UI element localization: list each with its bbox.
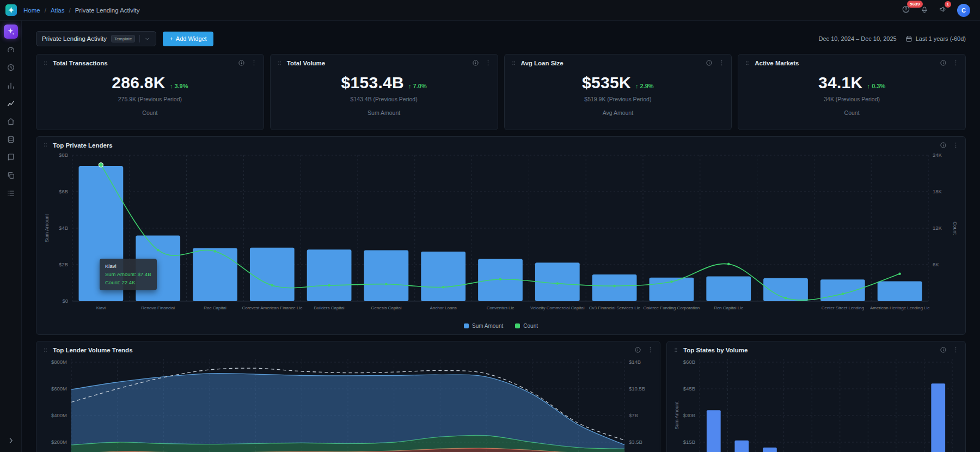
info-icon[interactable]	[940, 346, 947, 353]
drag-handle-icon[interactable]	[277, 60, 283, 66]
avatar[interactable]: C	[957, 4, 970, 17]
drag-handle-icon[interactable]	[744, 60, 750, 66]
svg-text:Count: Count	[952, 222, 958, 235]
svg-text:Rcn Capital Llc: Rcn Capital Llc	[714, 306, 743, 310]
notifications-button[interactable]: 5639	[920, 5, 929, 16]
page-header: Private Lending Activity Template + Add …	[36, 30, 966, 47]
kpi-previous: $519.9K (Previous Period)	[505, 96, 732, 102]
date-range[interactable]: Dec 10, 2024 – Dec 10, 2025	[819, 35, 897, 42]
kpi-delta: ↑ 2.9%	[635, 83, 654, 89]
kpi-value: $535K	[582, 74, 631, 92]
kebab-menu-icon[interactable]	[250, 59, 258, 66]
kpi-previous: 34K (Previous Period)	[738, 96, 965, 102]
panel-title: Top Private Lenders	[53, 142, 113, 149]
panel-header: Top States by Volume	[667, 341, 965, 353]
lenders-chart[interactable]: $0$2B$4B$6B$8B6K12K18K24KSum AmountCount…	[41, 150, 960, 320]
kpi-card: Total Transactions 286.8K ↑ 3.9% 275.9K …	[36, 54, 264, 130]
add-widget-label: Add Widget	[176, 35, 207, 42]
kpi-title: Total Volume	[287, 60, 326, 66]
drag-handle-icon[interactable]	[42, 60, 48, 66]
legend-label: Sum Amount	[472, 323, 503, 329]
svg-text:$400M: $400M	[51, 412, 67, 418]
svg-text:$15B: $15B	[683, 439, 695, 445]
kebab-menu-icon[interactable]	[952, 346, 959, 353]
kpi-metric: Count	[36, 109, 264, 116]
svg-text:Center Street Lending: Center Street Lending	[822, 306, 864, 310]
svg-text:$4B: $4B	[59, 225, 68, 231]
sidebar-item-home[interactable]	[4, 114, 18, 129]
add-widget-button[interactable]: + Add Widget	[163, 32, 213, 46]
sidebar-item-bar-chart[interactable]	[4, 78, 18, 93]
kebab-menu-icon[interactable]	[952, 59, 959, 66]
sidebar-item-sparkle[interactable]	[4, 25, 18, 39]
kpi-card: Active Markets 34.1K ↑ 0.3% 34K (Previou…	[738, 54, 966, 130]
breadcrumb-atlas[interactable]: Atlas	[51, 7, 65, 14]
kebab-menu-icon[interactable]	[647, 346, 654, 353]
info-icon[interactable]	[940, 59, 947, 66]
svg-text:12K: 12K	[933, 225, 942, 231]
breadcrumb-home[interactable]: Home	[23, 7, 40, 14]
chart-legend: Sum Amount Count	[36, 322, 965, 334]
kpi-card: Total Volume $153.4B ↑ 7.0% $143.4B (Pre…	[270, 54, 498, 130]
svg-text:$0: $0	[62, 298, 68, 304]
date-controls: Dec 10, 2024 – Dec 10, 2025 Last 1 years…	[819, 35, 966, 42]
sidebar-item-book[interactable]	[4, 150, 18, 164]
kpi-previous: $143.4B (Previous Period)	[271, 96, 498, 102]
svg-text:$10.5B: $10.5B	[629, 386, 645, 392]
svg-text:$200M: $200M	[51, 439, 67, 445]
states-chart[interactable]: $60B$45B$30B$15BSum Amount	[671, 355, 960, 452]
panel-header: Top Lender Volume Trends	[36, 341, 660, 353]
kebab-menu-icon[interactable]	[718, 59, 725, 66]
info-icon[interactable]	[238, 59, 245, 66]
svg-text:Builders Capital: Builders Capital	[314, 306, 345, 310]
sidebar-item-history[interactable]	[4, 60, 18, 75]
sidebar-item-list[interactable]	[4, 186, 18, 200]
info-icon[interactable]	[634, 346, 641, 353]
board-selector[interactable]: Private Lending Activity Template	[36, 31, 156, 46]
topbar: Home / Atlas / Private Lending Activity …	[0, 0, 980, 21]
drag-handle-icon[interactable]	[511, 60, 517, 66]
kpi-value: 286.8K	[112, 74, 166, 92]
plus-icon: +	[169, 35, 173, 42]
legend-item-sum-amount[interactable]: Sum Amount	[464, 323, 503, 329]
info-icon[interactable]	[472, 59, 479, 66]
period-chip[interactable]: Last 1 years (-60d)	[905, 35, 966, 42]
svg-text:Roc Capital: Roc Capital	[204, 306, 226, 310]
bottom-row: Top Lender Volume Trends $800M$600M$400M…	[36, 341, 966, 452]
sidebar-item-gauge[interactable]	[4, 42, 18, 57]
kebab-menu-icon[interactable]	[485, 59, 492, 66]
panel-top-lender-volume-trends: Top Lender Volume Trends $800M$600M$400M…	[36, 341, 660, 452]
drag-handle-icon[interactable]	[42, 142, 48, 148]
svg-text:American Heritage Lending Llc: American Heritage Lending Llc	[870, 306, 929, 310]
alert-badge: 1	[945, 1, 951, 8]
info-icon[interactable]	[706, 59, 713, 66]
svg-text:$30B: $30B	[683, 412, 695, 418]
kpi-metric: Sum Amount	[271, 109, 498, 116]
kpi-title: Active Markets	[755, 60, 799, 66]
kebab-menu-icon[interactable]	[952, 142, 959, 149]
drag-handle-icon[interactable]	[42, 347, 48, 353]
panel-top-private-lenders: Top Private Lenders $0$2B$4B$6B$8B6K12K1…	[36, 136, 966, 335]
legend-item-count[interactable]: Count	[515, 323, 538, 329]
kpi-previous: 275.9K (Previous Period)	[36, 96, 264, 102]
breadcrumb-separator: /	[69, 7, 70, 14]
chevron-down-icon[interactable]	[144, 36, 150, 42]
svg-text:$6B: $6B	[59, 188, 68, 194]
svg-text:Sum Amount: Sum Amount	[44, 214, 50, 242]
svg-text:Velocity Commercial Capital: Velocity Commercial Capital	[530, 306, 585, 310]
sidebar-item-line-chart[interactable]	[4, 96, 18, 111]
announcements-button[interactable]: 1	[939, 5, 947, 16]
trends-chart[interactable]: $800M$600M$400M$200M$14B$10.5B$7B$3.5B	[41, 355, 655, 452]
sidebar-item-database[interactable]	[4, 132, 18, 146]
kpi-delta: ↑ 0.3%	[867, 83, 886, 89]
kpi-grid: Total Transactions 286.8K ↑ 3.9% 275.9K …	[36, 54, 966, 130]
svg-text:6K: 6K	[933, 261, 939, 267]
svg-text:$2B: $2B	[59, 261, 68, 267]
sidebar-expand-button[interactable]	[4, 433, 18, 448]
svg-text:18K: 18K	[933, 188, 942, 194]
info-icon[interactable]	[940, 142, 947, 149]
drag-handle-icon[interactable]	[673, 347, 679, 353]
sidebar-item-copy[interactable]	[4, 168, 18, 182]
main-content: Private Lending Activity Template + Add …	[22, 21, 980, 452]
app-logo[interactable]	[5, 4, 17, 16]
